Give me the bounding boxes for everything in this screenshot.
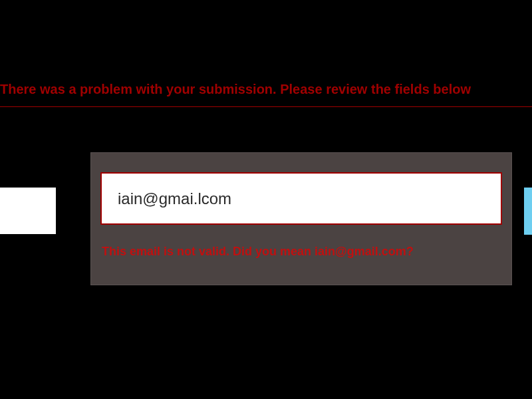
email-form-section: This email is not valid. Did you mean ia… xyxy=(90,152,512,285)
left-cropped-element xyxy=(0,188,56,234)
email-validation-error: This email is not valid. Did you mean ia… xyxy=(100,245,502,259)
right-cropped-element xyxy=(524,188,532,235)
email-field[interactable] xyxy=(100,172,502,225)
submission-error-banner: There was a problem with your submission… xyxy=(0,82,532,107)
